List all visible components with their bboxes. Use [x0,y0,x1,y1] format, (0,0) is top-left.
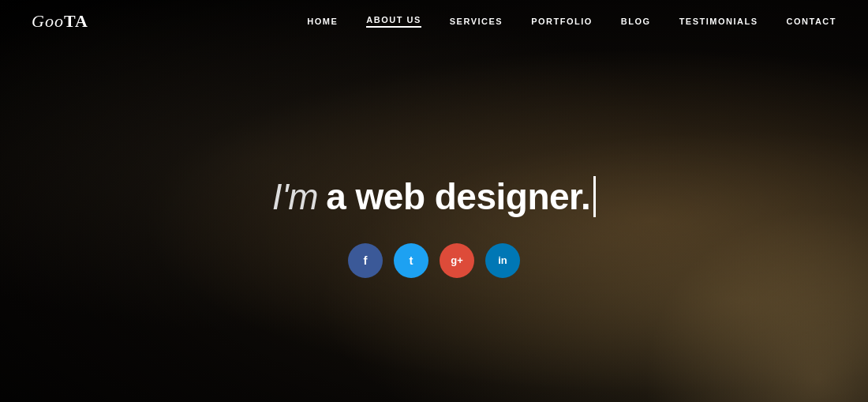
social-icons-group: f t g+ in [348,243,520,278]
nav-item-services[interactable]: SERVICES [450,17,503,26]
headline-bold: a web designer. [326,175,590,218]
headline-light: I'm [272,175,318,218]
nav-item-portfolio[interactable]: PORTFOLIO [531,17,593,26]
google-icon: g+ [451,254,463,266]
site-header: GooTA HOME ABOUT US SERVICES PORTFOLIO B… [0,0,868,43]
facebook-icon: f [364,254,368,267]
social-linkedin-button[interactable]: in [485,243,520,278]
hero-content: I'm a web designer. f t g+ in [0,43,868,402]
nav-item-testimonials[interactable]: TESTIMONIALS [679,17,758,26]
logo-ta: TA [64,11,88,31]
logo-goo: Goo [32,11,64,31]
social-facebook-button[interactable]: f [348,243,383,278]
twitter-icon: t [410,254,413,267]
hero-headline: I'm a web designer. [272,175,596,218]
site-logo[interactable]: GooTA [32,11,88,32]
text-cursor [593,176,596,217]
main-nav: HOME ABOUT US SERVICES PORTFOLIO BLOG TE… [307,15,836,28]
linkedin-icon: in [498,254,507,266]
nav-item-about-us[interactable]: ABOUT US [366,15,421,28]
nav-item-blog[interactable]: BLOG [621,17,651,26]
social-twitter-button[interactable]: t [394,243,428,278]
social-google-button[interactable]: g+ [440,243,474,278]
nav-item-contact[interactable]: CONTACT [787,17,836,26]
nav-item-home[interactable]: HOME [307,17,338,26]
